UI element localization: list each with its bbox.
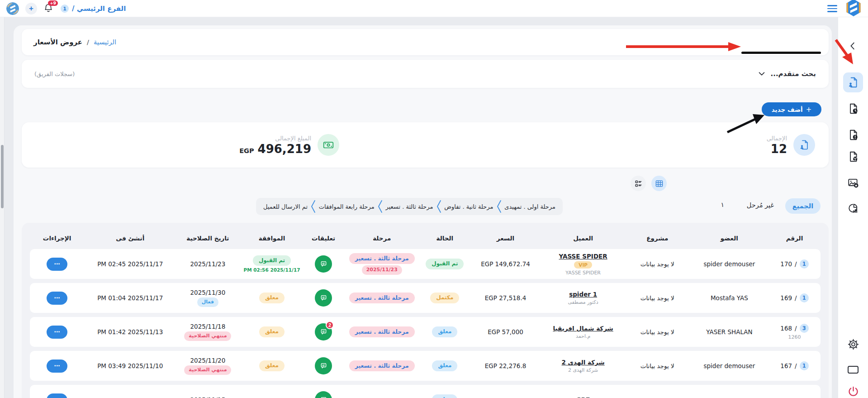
breadcrumb-home-link[interactable]: الرئيسية	[94, 38, 116, 46]
status-cell: تم القبول	[421, 259, 469, 269]
client-link[interactable]: شركة الهدى 2	[561, 359, 604, 366]
validity-status-badge: منتهي الصلاحية	[184, 365, 231, 374]
validity-cell: 2025/11/15	[176, 396, 239, 398]
project-cell: لا يوجد بيانات	[625, 294, 690, 302]
actions-cell: ...	[30, 393, 84, 398]
comments-button[interactable]	[315, 391, 332, 398]
related-count-badge: 1	[800, 361, 809, 370]
advanced-search-toggle[interactable]: بحث متقدم...	[758, 70, 816, 78]
approval-badge: تم القبول	[253, 255, 291, 266]
app-logo-icon[interactable]	[6, 2, 19, 15]
row-actions-button[interactable]: ...	[47, 292, 67, 305]
created-timestamp: PM 03:49 2025/11/10	[97, 362, 163, 369]
sidebar-item-settings[interactable]	[843, 334, 863, 354]
related-count-badge: 1	[800, 293, 809, 302]
comments-cell	[304, 357, 343, 374]
row-actions-button[interactable]: ...	[47, 258, 67, 271]
sidebar-item-window[interactable]	[843, 360, 863, 379]
stage-chevron-icon	[436, 199, 442, 214]
pie-chart-stats-icon	[847, 202, 859, 214]
comments-cell: 2	[304, 323, 343, 340]
row-actions-button[interactable]: ...	[47, 326, 67, 339]
currency-label: EGP	[239, 147, 254, 154]
client-link[interactable]: spider 1	[569, 291, 597, 298]
table-row: 1 / 167 spider demouser لا يوجد بيانات ش…	[30, 351, 821, 381]
sidebar-item-gallery[interactable]	[843, 173, 863, 193]
status-badge: مكتمل	[430, 293, 459, 303]
quote-number: 170	[780, 260, 792, 268]
add-new-button[interactable]: + أضف جديد	[762, 102, 821, 116]
stage-tab[interactable]: مرحلة رابعة الموافقات	[319, 203, 375, 210]
stage-cell: مرحلة ثالثة . تسعير	[343, 293, 420, 303]
table-header-row: الرقم العضو مشروع العميل السعر الحالة مر…	[30, 227, 821, 249]
table-row: 1 / 169 Mostafa YAS لا يوجد بيانات spide…	[30, 283, 821, 313]
sidebar-collapse-button[interactable]	[843, 38, 863, 53]
topbar-left: + +9 1 الفرع الرئيسي /	[6, 0, 126, 17]
stage-cell: مرحلة ثالثة . تسعير 2025/11/23	[343, 253, 420, 275]
quote-number: 167	[780, 362, 792, 369]
col-header-validity: تاريخ الصلاحية	[176, 235, 239, 242]
comments-button[interactable]	[315, 289, 332, 307]
number-separator: /	[795, 260, 797, 268]
stage-cell: مرحلة ثالثة . تسعير	[343, 326, 420, 337]
project-name: لا يوجد بيانات	[640, 328, 674, 336]
comments-button[interactable]: 2	[315, 323, 332, 340]
client-contact: YASSE SPIDER	[565, 270, 601, 276]
card-view-toggle[interactable]	[631, 176, 646, 191]
price-cell: EGP 22,276.8	[470, 362, 542, 369]
stage-tab[interactable]: مرحلة اولى . تمهيدى	[504, 203, 555, 210]
scrollbar-thumb[interactable]	[1, 145, 4, 208]
row-actions-button[interactable]: ...	[47, 393, 67, 398]
quote-number: 168	[780, 325, 792, 332]
client-cell: YASSE SPIDER VIP YASSE SPIDER	[542, 253, 624, 276]
document-clock-icon	[847, 103, 859, 115]
col-header-stage: مرحلة	[343, 235, 420, 242]
validity-cell: 2025/11/23	[176, 260, 239, 268]
comments-button[interactable]	[315, 357, 332, 374]
sidebar-item-scheduled-docs[interactable]	[843, 99, 863, 119]
created-timestamp: PM 01:04 2025/11/17	[97, 294, 163, 302]
table-view-toggle[interactable]	[651, 176, 667, 191]
filter-tab-unstaged[interactable]: غير مُرحل	[747, 201, 774, 209]
comments-button[interactable]	[315, 255, 332, 273]
member-name: YASER SHALAN	[706, 328, 752, 336]
summary-card: الإجمالى 12 المبلغ الإجمالى EGP 496,219	[22, 122, 829, 168]
row-actions-button[interactable]: ...	[47, 360, 67, 373]
member-cell: spider demouser	[691, 362, 768, 369]
notifications-button[interactable]: +9	[43, 3, 54, 14]
sidebar-item-alert-docs[interactable]	[843, 125, 863, 145]
stage-tab[interactable]: تم الارسال للعميل	[263, 203, 308, 210]
quote-number-cell: 1 / 170	[768, 259, 821, 269]
stage-tab[interactable]: مرحلة ثالثة . تسعير	[386, 203, 433, 210]
client-link[interactable]: شركة شمال افريقيا	[553, 325, 613, 332]
created-timestamp: PM 02:45 2025/11/17	[97, 260, 163, 268]
member-name: Mostafa YAS	[711, 294, 748, 302]
advanced-search-bar[interactable]: بحث متقدم... (سجلات الفريق)	[22, 60, 829, 88]
branch-selector[interactable]: 1 الفرع الرئيسي /	[61, 5, 126, 13]
stage-badge: مرحلة ثالثة . تسعير	[349, 326, 415, 337]
total-count-summary: الإجمالى 12	[767, 122, 815, 168]
number-separator: /	[795, 325, 797, 332]
price-cell: EGP 27,518.4	[470, 294, 542, 302]
filter-tab-all[interactable]: الجميع	[785, 198, 821, 214]
client-cell: spider 1 دكتور مصطفى	[542, 291, 624, 305]
validity-date: 2025/11/15	[190, 396, 225, 398]
stage-tab[interactable]: مرحلة ثانية . تفاوض	[444, 203, 493, 210]
related-count-badge: 1	[800, 259, 809, 269]
client-link[interactable]: GB7	[576, 396, 590, 398]
sidebar-item-logout[interactable]	[843, 381, 863, 398]
menu-icon[interactable]	[827, 5, 837, 12]
quote-number: 169	[780, 294, 792, 302]
approval-cell: معلق	[240, 360, 304, 371]
project-cell: لا يوجد بيانات	[625, 362, 690, 369]
quick-add-button[interactable]: +	[25, 3, 37, 14]
team-records-label: (سجلات الفريق)	[34, 71, 75, 77]
sidebar-item-product-docs[interactable]	[843, 147, 863, 167]
col-header-project: مشروع	[625, 235, 690, 242]
client-link[interactable]: YASSE SPIDER	[559, 253, 607, 260]
topbar-right	[827, 0, 863, 17]
sidebar-item-quotes-active[interactable]	[843, 72, 863, 92]
sidebar-item-statistics[interactable]	[843, 198, 863, 218]
money-icon	[318, 134, 339, 156]
approval-badge: معلق	[259, 360, 285, 371]
